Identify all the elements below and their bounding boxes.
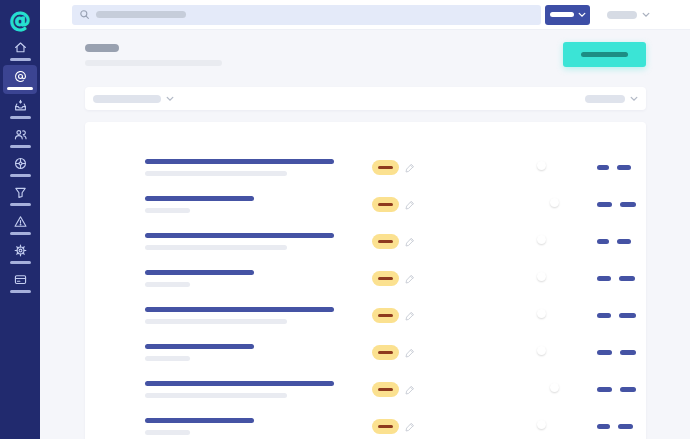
table-row[interactable] xyxy=(85,297,646,334)
action-bar[interactable] xyxy=(619,276,635,281)
action-bar[interactable] xyxy=(597,239,609,244)
users-icon xyxy=(13,127,28,142)
row-badge-cell xyxy=(372,234,423,249)
table-body xyxy=(85,149,646,439)
user-menu-dropdown[interactable] xyxy=(607,11,650,19)
edit-pencil-icon[interactable] xyxy=(404,199,416,211)
home-icon xyxy=(13,40,28,55)
chevron-down-icon xyxy=(642,12,650,18)
search-input[interactable] xyxy=(72,5,541,25)
action-bar[interactable] xyxy=(617,165,631,170)
action-bar[interactable] xyxy=(617,239,631,244)
badge-label-bar xyxy=(378,388,393,391)
toggle-knob xyxy=(537,309,546,318)
badge-label-bar xyxy=(378,425,393,428)
dropdown-label-bar xyxy=(93,95,161,103)
status-badge xyxy=(372,308,399,323)
status-badge xyxy=(372,382,399,397)
badge-label-bar xyxy=(378,314,393,317)
action-bar[interactable] xyxy=(597,424,610,429)
row-subtitle-bar xyxy=(145,282,190,287)
table-row[interactable] xyxy=(85,149,646,186)
table-header-row xyxy=(85,122,646,149)
action-bar[interactable] xyxy=(618,424,633,429)
sidebar-item-settings[interactable] xyxy=(0,239,40,268)
action-bar[interactable] xyxy=(620,350,636,355)
row-badge-cell xyxy=(372,382,423,397)
page-title-block xyxy=(85,44,222,66)
sidebar-item-users[interactable] xyxy=(0,123,40,152)
table-row[interactable] xyxy=(85,186,646,223)
table-row[interactable] xyxy=(85,408,646,439)
status-badge xyxy=(372,234,399,249)
action-bar[interactable] xyxy=(620,202,636,207)
row-subtitle-bar xyxy=(145,245,287,250)
badge-label-bar xyxy=(378,277,393,280)
filter-dropdown-right[interactable] xyxy=(585,95,638,103)
edit-pencil-icon[interactable] xyxy=(404,310,416,322)
status-badge xyxy=(372,160,399,175)
row-title-bar xyxy=(145,233,334,238)
search-icon xyxy=(79,9,90,20)
filter-funnel-icon xyxy=(13,185,28,200)
sidebar-item-label-bar xyxy=(10,261,31,264)
sidebar-item-filters[interactable] xyxy=(0,181,40,210)
action-bar[interactable] xyxy=(597,387,612,392)
button-label-bar xyxy=(581,52,628,57)
sidebar-item-billing[interactable] xyxy=(0,268,40,297)
table-row[interactable] xyxy=(85,260,646,297)
action-bar[interactable] xyxy=(597,165,609,170)
sidebar-nav xyxy=(0,36,40,297)
table-row[interactable] xyxy=(85,334,646,371)
row-name-cell xyxy=(145,307,365,324)
edit-pencil-icon[interactable] xyxy=(404,347,416,359)
sidebar-item-label-bar xyxy=(10,116,31,119)
at-icon xyxy=(13,69,28,84)
row-badge-cell xyxy=(372,271,423,286)
sidebar-item-mentions[interactable] xyxy=(3,65,37,94)
chevron-down-icon xyxy=(630,96,638,102)
edit-pencil-icon[interactable] xyxy=(404,236,416,248)
row-actions xyxy=(597,350,646,355)
row-name-cell xyxy=(145,159,365,176)
sidebar-item-inbox[interactable] xyxy=(0,94,40,123)
action-bar[interactable] xyxy=(619,313,636,318)
sidebar-item-label-bar xyxy=(10,58,31,61)
action-bar[interactable] xyxy=(597,313,611,318)
edit-pencil-icon[interactable] xyxy=(404,384,416,396)
action-bar[interactable] xyxy=(597,276,611,281)
edit-pencil-icon[interactable] xyxy=(404,162,416,174)
sidebar-item-global[interactable] xyxy=(0,152,40,181)
row-subtitle-bar xyxy=(145,171,287,176)
sidebar-item-alerts[interactable] xyxy=(0,210,40,239)
row-subtitle-bar xyxy=(145,319,287,324)
primary-dropdown-button[interactable] xyxy=(545,5,590,25)
action-bar[interactable] xyxy=(597,202,612,207)
row-badge-cell xyxy=(372,345,423,360)
row-actions xyxy=(597,165,646,170)
app-window: @ xyxy=(0,0,690,439)
toggle-knob xyxy=(550,383,559,392)
sidebar-item-label-bar xyxy=(10,203,31,206)
action-bar[interactable] xyxy=(620,387,636,392)
edit-pencil-icon[interactable] xyxy=(404,421,416,433)
toggle-knob xyxy=(537,161,546,170)
row-actions xyxy=(597,424,646,429)
filter-dropdown-left[interactable] xyxy=(93,95,174,103)
badge-label-bar xyxy=(378,203,393,206)
filter-bar xyxy=(85,87,646,110)
toggle-knob xyxy=(537,346,546,355)
dropdown-label-bar xyxy=(607,11,637,19)
action-bar[interactable] xyxy=(597,350,612,355)
status-badge xyxy=(372,419,399,434)
primary-action-button[interactable] xyxy=(563,42,646,67)
sidebar: @ xyxy=(0,0,40,439)
row-subtitle-bar xyxy=(145,393,287,398)
sidebar-item-home[interactable] xyxy=(0,36,40,65)
table-row[interactable] xyxy=(85,223,646,260)
table-row[interactable] xyxy=(85,371,646,408)
edit-pencil-icon[interactable] xyxy=(404,273,416,285)
row-name-cell xyxy=(145,270,365,287)
app-logo[interactable]: @ xyxy=(0,0,40,32)
toggle-knob xyxy=(537,420,546,429)
